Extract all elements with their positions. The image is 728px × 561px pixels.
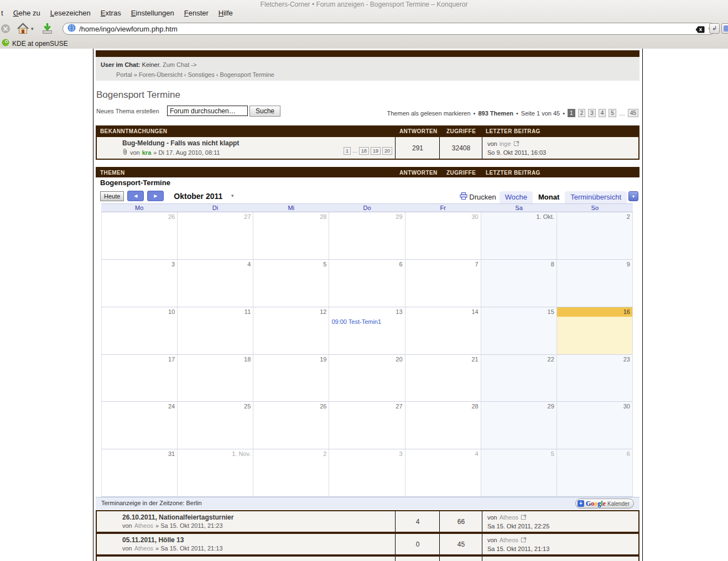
menu-item-einstellungen[interactable]: Einstellungen — [131, 9, 174, 17]
calendar-day-cell[interactable]: 4 — [405, 449, 481, 497]
pager-page-3[interactable]: 3 — [588, 109, 596, 117]
calendar-day-cell[interactable]: 5 — [253, 260, 329, 307]
home-dropdown-icon[interactable]: ▾ — [31, 26, 34, 32]
calendar-day-cell[interactable]: 26 — [102, 212, 178, 260]
mark-read-link[interactable]: Themen als gelesen markieren — [387, 110, 471, 117]
ann-page-20[interactable]: 20 — [382, 147, 392, 155]
tab-week[interactable]: Woche — [500, 191, 533, 203]
calendar-day-cell[interactable]: 5 — [481, 449, 557, 497]
calendar-day-cell[interactable]: 30 — [557, 402, 633, 449]
download-icon[interactable] — [41, 22, 54, 37]
next-month-button[interactable]: ▶ — [147, 191, 164, 201]
stop-icon[interactable] — [1, 24, 11, 36]
calendar-day-cell[interactable]: 3 — [102, 260, 178, 307]
go-button[interactable]: ↲ — [709, 23, 720, 34]
calendar-day-cell[interactable]: 23 — [557, 355, 633, 402]
calendar-day-cell[interactable]: 1309:00 Test-Temin1 — [329, 307, 405, 355]
calendar-day-cell[interactable]: 2 — [253, 449, 329, 497]
breadcrumb-sonstiges[interactable]: Sonstiges — [188, 71, 214, 78]
calendar-options-dropdown[interactable]: ▼ — [628, 191, 638, 201]
calendar-day-cell[interactable]: 9 — [557, 260, 633, 307]
calendar-day-cell[interactable]: 18 — [178, 355, 253, 402]
goto-last-post-icon[interactable] — [521, 537, 527, 544]
calendar-day-cell[interactable]: 15 — [481, 307, 557, 355]
calendar-day-cell[interactable]: 20 — [329, 355, 405, 402]
last-author-link[interactable]: Atheos — [500, 514, 518, 521]
ann-page-19[interactable]: 19 — [371, 147, 381, 155]
calendar-day-cell[interactable]: 10 — [102, 307, 178, 355]
calendar-day-cell[interactable]: 14 — [405, 307, 481, 355]
new-topic-link[interactable]: Neues Thema erstellen — [96, 108, 159, 114]
address-input[interactable]: /home/ingo/viewforum.php.htm — [79, 25, 692, 33]
author-link[interactable]: kra — [142, 149, 152, 156]
calendar-day-cell[interactable]: 11 — [178, 307, 253, 355]
google-calendar-button[interactable]: + Google Kalender — [575, 499, 634, 508]
topic-title-link[interactable]: 05.11.2011, Hölle 13 — [122, 536, 184, 544]
forum-search-input[interactable] — [167, 106, 248, 116]
ann-page-1[interactable]: 1 — [344, 147, 351, 155]
calendar-day-cell[interactable]: 28 — [405, 402, 481, 449]
calendar-day-cell[interactable]: 27 — [178, 212, 253, 260]
calendar-day-cell[interactable]: 8 — [481, 260, 557, 307]
calendar-day-cell[interactable]: 1. Okt. — [481, 212, 557, 260]
pager-page-2[interactable]: 2 — [578, 109, 586, 117]
tab-month[interactable]: Monat — [533, 191, 565, 203]
calendar-day-cell[interactable]: 17 — [102, 355, 178, 402]
menu-item-partial[interactable]: t — [1, 9, 3, 17]
clear-address-icon[interactable] — [695, 25, 705, 33]
chat-link[interactable]: Zum Chat -> — [163, 61, 196, 68]
calendar-day-cell[interactable]: 2 — [557, 212, 633, 260]
calendar-day-cell[interactable]: 31 — [102, 449, 178, 497]
calendar-today-cell[interactable]: 16 — [557, 307, 633, 355]
calendar-day-cell[interactable]: 27 — [329, 402, 405, 449]
breadcrumb-portal[interactable]: Portal — [116, 71, 132, 78]
browser-extra-button[interactable] — [721, 23, 728, 34]
calendar-event[interactable]: 09:00 Test-Temin1 — [331, 318, 381, 325]
menu-item-fenster[interactable]: Fenster — [184, 9, 209, 17]
calendar-day-cell[interactable]: 29 — [329, 212, 405, 260]
menu-item-hilfe[interactable]: Hilfe — [219, 9, 233, 17]
calendar-day-cell[interactable]: 26 — [253, 402, 329, 449]
calendar-day-cell[interactable]: 24 — [102, 402, 178, 449]
menu-item-gehe-zu[interactable]: Gehe zu — [13, 9, 40, 17]
calendar-day-cell[interactable]: 1. Nov. — [178, 449, 253, 497]
print-link[interactable]: Drucken — [460, 192, 496, 201]
search-button[interactable]: Suche — [249, 106, 280, 117]
pager-page-5[interactable]: 5 — [609, 109, 616, 117]
home-icon[interactable] — [17, 22, 29, 37]
author-link[interactable]: Atheos — [134, 545, 153, 552]
today-button[interactable]: Heute — [100, 191, 124, 201]
calendar-day-cell[interactable]: 4 — [178, 260, 253, 307]
calendar-day-cell[interactable]: 21 — [405, 355, 481, 402]
prev-month-button[interactable]: ◀ — [127, 191, 144, 201]
calendar-day-cell[interactable]: 28 — [253, 212, 329, 260]
calendar-day-cell[interactable]: 3 — [329, 449, 405, 497]
calendar-day-cell[interactable]: 25 — [178, 402, 253, 449]
goto-last-post-icon[interactable] — [521, 514, 527, 521]
menu-item-extras[interactable]: Extras — [101, 9, 121, 17]
breadcrumb-current[interactable]: Bogensport Termine — [220, 71, 274, 78]
month-dropdown-icon[interactable]: ▼ — [230, 193, 235, 198]
address-bar[interactable]: /home/ingo/viewforum.php.htm ▾ — [63, 23, 716, 35]
calendar-day-cell[interactable]: 22 — [481, 355, 557, 402]
calendar-day-cell[interactable]: 7 — [405, 260, 481, 307]
pager-page-4[interactable]: 4 — [599, 109, 606, 117]
author-link[interactable]: Atheos — [134, 522, 153, 529]
announcement-title-link[interactable]: Bug-Meldung - Falls was nicht klappt — [122, 139, 239, 147]
last-author-link[interactable]: inge — [500, 140, 511, 147]
tab-label[interactable]: KDE at openSUSE — [12, 40, 68, 48]
menu-item-lesezeichen[interactable]: Lesezeichen — [50, 9, 91, 17]
ann-page-18[interactable]: 18 — [359, 147, 369, 155]
calendar-day-cell[interactable]: 29 — [481, 402, 557, 449]
topic-title-link[interactable]: 26.10.2011, Nationalfeiertagsturnier — [122, 513, 233, 521]
calendar-day-cell[interactable]: 6 — [329, 260, 405, 307]
calendar-day-cell[interactable]: 30 — [405, 212, 481, 260]
calendar-day-cell[interactable]: 6 — [557, 449, 633, 497]
calendar-day-cell[interactable]: 12 — [253, 307, 329, 355]
goto-last-post-icon[interactable] — [513, 140, 519, 148]
tab-agenda[interactable]: Terminübersicht — [565, 191, 627, 203]
pager-page-45[interactable]: 45 — [628, 109, 638, 117]
last-author-link[interactable]: Atheos — [500, 537, 518, 543]
breadcrumb-foren-uebersicht[interactable]: Foren-Übersicht — [139, 71, 183, 78]
pager-page-1[interactable]: 1 — [568, 109, 575, 117]
